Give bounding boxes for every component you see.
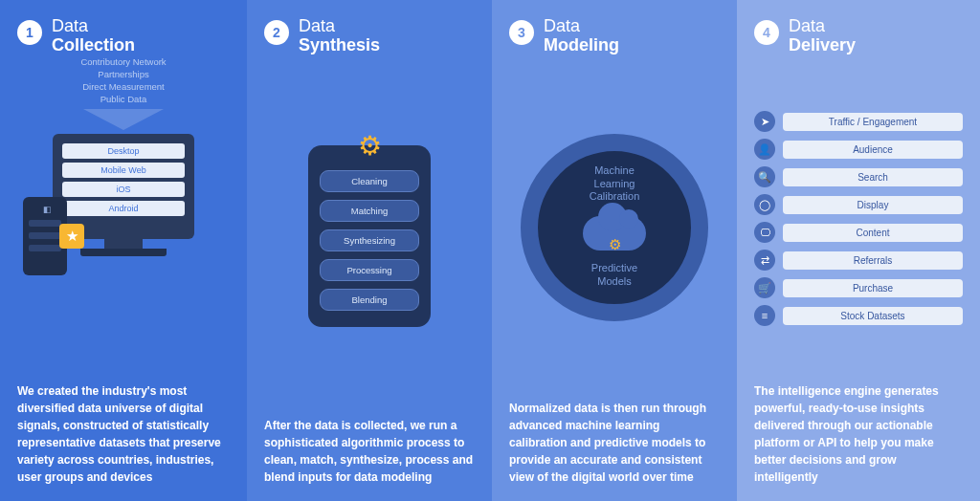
monitor-base — [80, 249, 167, 256]
cart-icon: 🛒 — [754, 277, 775, 298]
process-step: Matching — [320, 200, 419, 222]
screen-icon: 🖵 — [754, 222, 775, 243]
modeling-graphic: Machine Learning Calibration ⚙ Predictiv… — [509, 55, 720, 400]
delivery-graphic: ➤Traffic / Engagement 👤Audience 🔍Search … — [754, 55, 963, 382]
stage-data-modeling: 3 Data Modeling Machine Learning Calibra… — [492, 0, 737, 501]
stage-number-badge: 2 — [264, 20, 289, 45]
data-source: Direct Measurement — [17, 80, 230, 93]
funnel-icon — [83, 109, 164, 130]
delivery-list: ➤Traffic / Engagement 👤Audience 🔍Search … — [754, 111, 963, 326]
stage-number-badge: 3 — [509, 20, 534, 45]
process-step: Processing — [320, 259, 419, 281]
search-icon: 🔍 — [754, 166, 775, 187]
collection-graphic: Contributory Network Partnerships Direct… — [17, 55, 230, 382]
monitor-stand — [104, 239, 143, 249]
stage-title: Data Collection — [52, 17, 135, 55]
cursor-icon: ➤ — [754, 111, 775, 132]
delivery-item: 🔍Search — [754, 166, 963, 187]
stage-description: After the data is collected, we run a so… — [264, 417, 475, 486]
predictive-models-label: Predictive Models — [591, 262, 637, 289]
stage-description: Normalized data is then run through adva… — [509, 400, 720, 486]
stage-number-badge: 1 — [17, 20, 42, 45]
process-step: Blending — [320, 289, 419, 311]
stage-description: The intelligence engine generates powerf… — [754, 382, 963, 486]
user-icon: 👤 — [754, 139, 775, 160]
data-source: Public Data — [17, 93, 230, 105]
swap-icon: ⇄ — [754, 250, 775, 271]
stage-header: 1 Data Collection — [17, 17, 230, 55]
target-icon: ◯ — [754, 194, 775, 215]
gear-icon: ⚙ — [609, 236, 621, 253]
list-icon: ≡ — [754, 305, 775, 326]
delivery-item: ⇄Referrals — [754, 250, 963, 271]
process-step: Cleaning — [320, 170, 419, 192]
delivery-item: 🖵Content — [754, 222, 963, 243]
stage-header: 4 Data Delivery — [754, 17, 963, 55]
stage-header: 2 Data Synthesis — [264, 17, 475, 55]
stage-title: Data Synthesis — [299, 17, 380, 55]
processor-device-icon: ⚙ Cleaning Matching Synthesizing Process… — [308, 145, 431, 327]
stage-data-delivery: 4 Data Delivery ➤Traffic / Engagement 👤A… — [737, 0, 980, 501]
delivery-item: ≡Stock Datasets — [754, 305, 963, 326]
data-source: Contributory Network — [17, 55, 230, 68]
process-step: Synthesizing — [320, 229, 419, 251]
stage-number-badge: 4 — [754, 20, 779, 45]
synthesis-graphic: ⚙ Cleaning Matching Synthesizing Process… — [264, 55, 475, 417]
delivery-item: ➤Traffic / Engagement — [754, 111, 963, 132]
data-source: Partnerships — [17, 68, 230, 80]
data-source-list: Contributory Network Partnerships Direct… — [17, 55, 230, 106]
stage-description: We created the industry's most diversifi… — [17, 382, 230, 486]
stage-title: Data Modeling — [544, 17, 619, 55]
stage-data-synthesis: 2 Data Synthesis ⚙ Cleaning Matching Syn… — [247, 0, 492, 501]
android-icon: ◧ — [43, 205, 52, 214]
modeling-circle: Machine Learning Calibration ⚙ Predictiv… — [521, 134, 708, 321]
delivery-item: 🛒Purchase — [754, 277, 963, 298]
stage-title: Data Delivery — [789, 17, 856, 55]
platform-row: Desktop — [62, 143, 185, 159]
platform-row: Android — [62, 201, 185, 216]
stage-data-collection: 1 Data Collection Contributory Network P… — [0, 0, 247, 501]
platform-row: Mobile Web — [62, 163, 185, 178]
platform-row: iOS — [62, 182, 185, 197]
gear-icon: ⚙ — [358, 130, 382, 162]
delivery-item: 👤Audience — [754, 139, 963, 160]
ml-calibration-label: Machine Learning Calibration — [590, 164, 640, 204]
star-icon: ★ — [59, 224, 84, 249]
delivery-item: ◯Display — [754, 194, 963, 215]
stage-header: 3 Data Modeling — [509, 17, 720, 55]
